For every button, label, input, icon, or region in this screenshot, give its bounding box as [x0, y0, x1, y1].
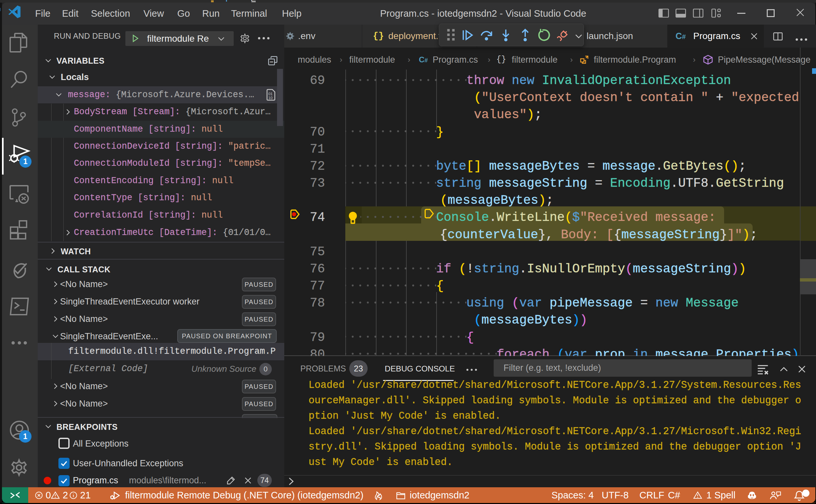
svg-text:01: 01 — [268, 92, 273, 96]
svg-text:10: 10 — [268, 96, 273, 100]
